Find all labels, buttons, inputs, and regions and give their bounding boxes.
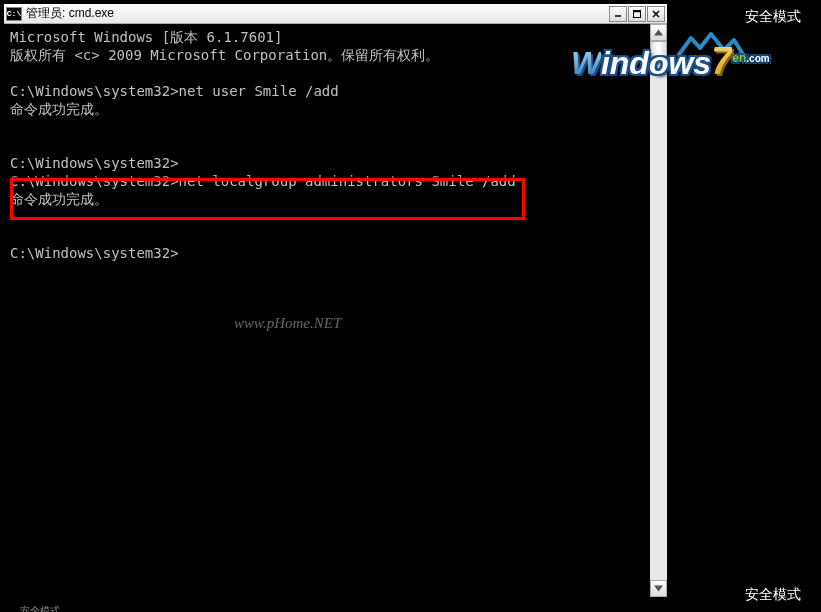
vertical-scrollbar[interactable] [650,24,667,597]
scroll-thumb[interactable] [650,41,667,71]
terminal-line: C:\Windows\system32> [10,155,179,171]
logo-en: en [732,51,746,65]
logo-com: .com [746,53,769,64]
svg-marker-5 [654,30,663,36]
terminal-line: 命令成功完成。 [10,101,108,117]
maximize-button[interactable] [628,6,646,22]
terminal-line: 命令成功完成。 [10,191,108,207]
safe-mode-label-bottom-left: 安全模式 [20,604,60,612]
terminal-line: C:\Windows\system32>net user Smile /add [10,83,339,99]
minimize-button[interactable] [609,6,627,22]
svg-marker-6 [654,586,663,592]
safe-mode-label-bottom: 安全模式 [745,586,801,604]
terminal-line: C:\Windows\system32> [10,245,179,261]
titlebar[interactable]: C:\ 管理员: cmd.exe [4,4,667,24]
terminal-line: Microsoft Windows [版本 6.1.7601] [10,29,282,45]
scroll-track[interactable] [650,41,667,580]
mountain-icon [676,30,746,58]
cmd-window: C:\ 管理员: cmd.exe Microsoft Windows [版本 6… [3,3,668,598]
safe-mode-label-top: 安全模式 [745,8,801,26]
window-controls [609,6,665,22]
close-button[interactable] [647,6,665,22]
scroll-down-button[interactable] [650,580,667,597]
scroll-up-button[interactable] [650,24,667,41]
terminal-line: C:\Windows\system32>net localgroup admin… [10,173,516,189]
window-title: 管理员: cmd.exe [26,5,609,22]
logo-seven: 7 [711,40,732,82]
terminal-output[interactable]: Microsoft Windows [版本 6.1.7601] 版权所有 <c>… [4,24,667,597]
cmd-icon: C:\ [6,7,22,21]
terminal-line: 版权所有 <c> 2009 Microsoft Corporation。保留所有… [10,47,439,63]
watermark-text: www.pHome.NET [234,314,341,332]
